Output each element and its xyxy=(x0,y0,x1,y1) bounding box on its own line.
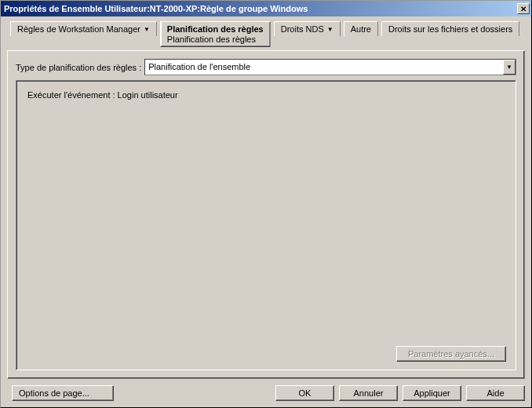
close-button[interactable]: ✕ xyxy=(517,3,530,14)
tab-label: Planification des règles xyxy=(167,24,264,34)
close-icon: ✕ xyxy=(520,5,527,13)
window-title: Propriétés de Ensemble Utilisateur:NT-20… xyxy=(4,4,516,13)
tab-nds-rights[interactable]: Droits NDS ▼ xyxy=(274,21,341,36)
chevron-down-icon: ▼ xyxy=(506,64,512,71)
dialog-button-row: Options de page... OK Annuler Appliquer … xyxy=(7,385,525,401)
tab-file-rights[interactable]: Droits sur les fichiers et dossiers xyxy=(381,21,519,36)
tab-rule-scheduling[interactable]: Planification des règles Planification d… xyxy=(160,21,271,47)
tab-other[interactable]: Autre xyxy=(344,21,378,36)
dropdown-button[interactable]: ▼ xyxy=(503,60,516,75)
cancel-button[interactable]: Annuler xyxy=(339,385,398,401)
chevron-down-icon: ▼ xyxy=(327,26,333,33)
tab-label: Règles de Workstation Manager xyxy=(17,24,140,34)
schedule-type-value: Planification de l'ensemble xyxy=(145,60,503,75)
tab-sublabel: Planification des règles xyxy=(167,35,264,44)
tab-strip: Règles de Workstation Manager ▼ Planific… xyxy=(7,21,525,47)
schedule-detail-panel: Exécuter l'événement : Login utilisateur… xyxy=(16,80,516,370)
schedule-type-row: Type de planification des règles : Plani… xyxy=(16,59,516,75)
tab-panel: Type de planification des règles : Plani… xyxy=(7,50,525,379)
tab-label: Autre xyxy=(351,24,371,34)
apply-button[interactable]: Appliquer xyxy=(403,385,461,401)
schedule-event-text: Exécuter l'événement : Login utilisateur xyxy=(27,90,505,100)
tab-workstation-manager[interactable]: Règles de Workstation Manager ▼ xyxy=(10,21,157,36)
dialog-window: Propriétés de Ensemble Utilisateur:NT-20… xyxy=(0,0,532,408)
tab-label: Droits sur les fichiers et dossiers xyxy=(388,24,512,34)
title-bar: Propriétés de Ensemble Utilisateur:NT-20… xyxy=(1,1,531,16)
ok-button[interactable]: OK xyxy=(275,385,334,401)
schedule-type-select[interactable]: Planification de l'ensemble ▼ xyxy=(144,59,516,75)
chevron-down-icon: ▼ xyxy=(144,26,150,33)
page-options-button[interactable]: Options de page... xyxy=(12,385,114,401)
advanced-settings-button[interactable]: Paramètres avancés... xyxy=(396,346,506,362)
tab-label: Droits NDS xyxy=(281,24,324,34)
advanced-button-wrap: Paramètres avancés... xyxy=(396,346,506,362)
schedule-type-label: Type de planification des règles : xyxy=(16,63,141,72)
help-button[interactable]: Aide xyxy=(466,385,525,401)
client-area: Règles de Workstation Manager ▼ Planific… xyxy=(1,16,531,407)
